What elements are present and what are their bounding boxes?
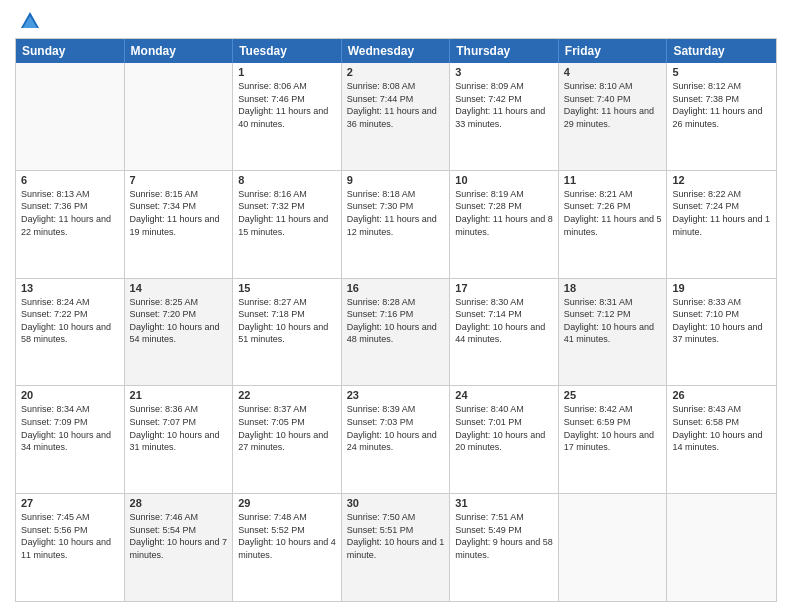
day-cell-18: 18Sunrise: 8:31 AMSunset: 7:12 PMDayligh… [559, 279, 668, 386]
day-number: 28 [130, 497, 228, 509]
day-info: Sunrise: 8:12 AMSunset: 7:38 PMDaylight:… [672, 80, 771, 130]
day-cell-19: 19Sunrise: 8:33 AMSunset: 7:10 PMDayligh… [667, 279, 776, 386]
day-info: Sunrise: 8:34 AMSunset: 7:09 PMDaylight:… [21, 403, 119, 453]
day-cell-1: 1Sunrise: 8:06 AMSunset: 7:46 PMDaylight… [233, 63, 342, 170]
day-info: Sunrise: 8:22 AMSunset: 7:24 PMDaylight:… [672, 188, 771, 238]
day-number: 31 [455, 497, 553, 509]
weekday-header-wednesday: Wednesday [342, 39, 451, 63]
day-info: Sunrise: 8:13 AMSunset: 7:36 PMDaylight:… [21, 188, 119, 238]
day-cell-9: 9Sunrise: 8:18 AMSunset: 7:30 PMDaylight… [342, 171, 451, 278]
day-number: 5 [672, 66, 771, 78]
day-number: 18 [564, 282, 662, 294]
day-info: Sunrise: 8:08 AMSunset: 7:44 PMDaylight:… [347, 80, 445, 130]
day-info: Sunrise: 8:19 AMSunset: 7:28 PMDaylight:… [455, 188, 553, 238]
header [15, 10, 777, 32]
day-cell-29: 29Sunrise: 7:48 AMSunset: 5:52 PMDayligh… [233, 494, 342, 601]
day-number: 21 [130, 389, 228, 401]
weekday-header-friday: Friday [559, 39, 668, 63]
day-info: Sunrise: 8:36 AMSunset: 7:07 PMDaylight:… [130, 403, 228, 453]
day-info: Sunrise: 8:24 AMSunset: 7:22 PMDaylight:… [21, 296, 119, 346]
day-info: Sunrise: 8:40 AMSunset: 7:01 PMDaylight:… [455, 403, 553, 453]
day-number: 15 [238, 282, 336, 294]
day-cell-25: 25Sunrise: 8:42 AMSunset: 6:59 PMDayligh… [559, 386, 668, 493]
weekday-header-thursday: Thursday [450, 39, 559, 63]
day-number: 10 [455, 174, 553, 186]
day-cell-23: 23Sunrise: 8:39 AMSunset: 7:03 PMDayligh… [342, 386, 451, 493]
day-cell-16: 16Sunrise: 8:28 AMSunset: 7:16 PMDayligh… [342, 279, 451, 386]
day-cell-3: 3Sunrise: 8:09 AMSunset: 7:42 PMDaylight… [450, 63, 559, 170]
logo [15, 10, 41, 32]
day-number: 19 [672, 282, 771, 294]
day-number: 25 [564, 389, 662, 401]
calendar: SundayMondayTuesdayWednesdayThursdayFrid… [15, 38, 777, 602]
day-number: 3 [455, 66, 553, 78]
day-number: 22 [238, 389, 336, 401]
day-cell-6: 6Sunrise: 8:13 AMSunset: 7:36 PMDaylight… [16, 171, 125, 278]
day-number: 24 [455, 389, 553, 401]
day-number: 14 [130, 282, 228, 294]
day-cell-24: 24Sunrise: 8:40 AMSunset: 7:01 PMDayligh… [450, 386, 559, 493]
calendar-week-4: 20Sunrise: 8:34 AMSunset: 7:09 PMDayligh… [16, 385, 776, 493]
day-number: 4 [564, 66, 662, 78]
day-cell-4: 4Sunrise: 8:10 AMSunset: 7:40 PMDaylight… [559, 63, 668, 170]
day-info: Sunrise: 8:09 AMSunset: 7:42 PMDaylight:… [455, 80, 553, 130]
page: SundayMondayTuesdayWednesdayThursdayFrid… [0, 0, 792, 612]
day-info: Sunrise: 8:18 AMSunset: 7:30 PMDaylight:… [347, 188, 445, 238]
day-info: Sunrise: 7:48 AMSunset: 5:52 PMDaylight:… [238, 511, 336, 561]
day-info: Sunrise: 8:43 AMSunset: 6:58 PMDaylight:… [672, 403, 771, 453]
day-number: 20 [21, 389, 119, 401]
day-cell-22: 22Sunrise: 8:37 AMSunset: 7:05 PMDayligh… [233, 386, 342, 493]
day-info: Sunrise: 7:51 AMSunset: 5:49 PMDaylight:… [455, 511, 553, 561]
day-cell-27: 27Sunrise: 7:45 AMSunset: 5:56 PMDayligh… [16, 494, 125, 601]
weekday-header-tuesday: Tuesday [233, 39, 342, 63]
day-number: 9 [347, 174, 445, 186]
day-number: 2 [347, 66, 445, 78]
day-info: Sunrise: 8:33 AMSunset: 7:10 PMDaylight:… [672, 296, 771, 346]
empty-cell [125, 63, 234, 170]
day-cell-5: 5Sunrise: 8:12 AMSunset: 7:38 PMDaylight… [667, 63, 776, 170]
day-info: Sunrise: 8:31 AMSunset: 7:12 PMDaylight:… [564, 296, 662, 346]
day-number: 8 [238, 174, 336, 186]
day-number: 1 [238, 66, 336, 78]
day-cell-13: 13Sunrise: 8:24 AMSunset: 7:22 PMDayligh… [16, 279, 125, 386]
day-info: Sunrise: 8:25 AMSunset: 7:20 PMDaylight:… [130, 296, 228, 346]
day-cell-8: 8Sunrise: 8:16 AMSunset: 7:32 PMDaylight… [233, 171, 342, 278]
calendar-week-5: 27Sunrise: 7:45 AMSunset: 5:56 PMDayligh… [16, 493, 776, 601]
day-number: 23 [347, 389, 445, 401]
day-cell-15: 15Sunrise: 8:27 AMSunset: 7:18 PMDayligh… [233, 279, 342, 386]
day-info: Sunrise: 8:28 AMSunset: 7:16 PMDaylight:… [347, 296, 445, 346]
day-cell-17: 17Sunrise: 8:30 AMSunset: 7:14 PMDayligh… [450, 279, 559, 386]
day-cell-28: 28Sunrise: 7:46 AMSunset: 5:54 PMDayligh… [125, 494, 234, 601]
calendar-body: 1Sunrise: 8:06 AMSunset: 7:46 PMDaylight… [16, 63, 776, 601]
empty-cell [16, 63, 125, 170]
day-info: Sunrise: 7:50 AMSunset: 5:51 PMDaylight:… [347, 511, 445, 561]
day-number: 27 [21, 497, 119, 509]
day-cell-14: 14Sunrise: 8:25 AMSunset: 7:20 PMDayligh… [125, 279, 234, 386]
calendar-header-row: SundayMondayTuesdayWednesdayThursdayFrid… [16, 39, 776, 63]
day-cell-26: 26Sunrise: 8:43 AMSunset: 6:58 PMDayligh… [667, 386, 776, 493]
day-cell-10: 10Sunrise: 8:19 AMSunset: 7:28 PMDayligh… [450, 171, 559, 278]
empty-cell [559, 494, 668, 601]
calendar-week-3: 13Sunrise: 8:24 AMSunset: 7:22 PMDayligh… [16, 278, 776, 386]
day-cell-2: 2Sunrise: 8:08 AMSunset: 7:44 PMDaylight… [342, 63, 451, 170]
day-info: Sunrise: 7:45 AMSunset: 5:56 PMDaylight:… [21, 511, 119, 561]
day-info: Sunrise: 8:21 AMSunset: 7:26 PMDaylight:… [564, 188, 662, 238]
weekday-header-saturday: Saturday [667, 39, 776, 63]
weekday-header-monday: Monday [125, 39, 234, 63]
day-cell-7: 7Sunrise: 8:15 AMSunset: 7:34 PMDaylight… [125, 171, 234, 278]
day-cell-11: 11Sunrise: 8:21 AMSunset: 7:26 PMDayligh… [559, 171, 668, 278]
day-number: 26 [672, 389, 771, 401]
day-info: Sunrise: 8:42 AMSunset: 6:59 PMDaylight:… [564, 403, 662, 453]
day-number: 11 [564, 174, 662, 186]
day-number: 16 [347, 282, 445, 294]
empty-cell [667, 494, 776, 601]
day-number: 30 [347, 497, 445, 509]
day-info: Sunrise: 8:39 AMSunset: 7:03 PMDaylight:… [347, 403, 445, 453]
weekday-header-sunday: Sunday [16, 39, 125, 63]
day-cell-30: 30Sunrise: 7:50 AMSunset: 5:51 PMDayligh… [342, 494, 451, 601]
calendar-week-1: 1Sunrise: 8:06 AMSunset: 7:46 PMDaylight… [16, 63, 776, 170]
day-info: Sunrise: 7:46 AMSunset: 5:54 PMDaylight:… [130, 511, 228, 561]
calendar-week-2: 6Sunrise: 8:13 AMSunset: 7:36 PMDaylight… [16, 170, 776, 278]
day-number: 29 [238, 497, 336, 509]
day-cell-31: 31Sunrise: 7:51 AMSunset: 5:49 PMDayligh… [450, 494, 559, 601]
